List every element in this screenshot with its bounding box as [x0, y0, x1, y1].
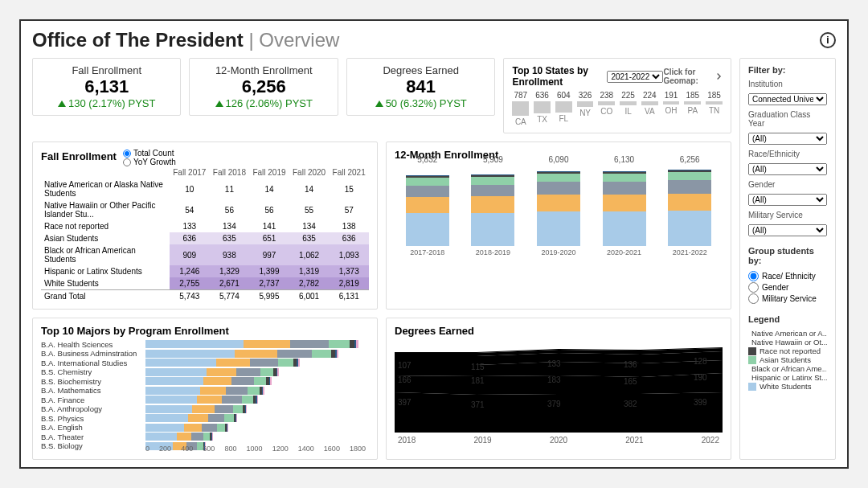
legend-swatch-icon	[748, 347, 756, 355]
area-label: 382	[624, 400, 637, 408]
fall-enrollment-panel: Fall Enrollment Total Count YoY Growth F…	[32, 141, 378, 310]
state-bar-VA[interactable]: 224VA	[641, 91, 658, 126]
legend-item[interactable]: Hispanic or Latinx St...	[748, 373, 827, 382]
area-label: 371	[471, 400, 485, 409]
legend-item[interactable]: Native American or A...	[748, 329, 827, 338]
arrow-up-icon	[215, 100, 223, 107]
military-select[interactable]: (All)	[748, 224, 827, 236]
state-bar-TN[interactable]: 185TN	[706, 91, 723, 126]
legend-item[interactable]: Race not reported	[748, 347, 827, 355]
legend-item[interactable]: Native Hawaiin or Ot...	[748, 338, 827, 347]
toggle-total-count[interactable]	[123, 150, 131, 158]
fall-table-toggle[interactable]: Total Count YoY Growth	[123, 149, 176, 166]
info-icon[interactable]: i	[820, 32, 836, 48]
states-year-select[interactable]: 2021-2022	[607, 71, 663, 83]
major-bar-row[interactable]: B.A. Health Sciences	[145, 340, 366, 348]
title-bar: Office of The President | Overview i	[32, 29, 836, 51]
fall-table-title: Fall Enrollment	[41, 150, 117, 162]
filter-sidebar: Filter by: Institution Connected Univers…	[739, 58, 836, 460]
group-by-radios[interactable]: Race/ Ethnicity Gender Military Service	[748, 270, 827, 305]
state-bar-OH[interactable]: 191OH	[663, 91, 680, 126]
group-gender-radio[interactable]	[748, 282, 759, 293]
state-bars: 787CA636TX604FL326NY238CO225IL224VA191OH…	[512, 91, 723, 126]
area-label: 165	[624, 377, 637, 386]
major-bar-row[interactable]: B.S. Chemistry	[145, 368, 366, 376]
gender-select[interactable]: (All)	[748, 194, 827, 206]
legend-heading: Legend	[748, 314, 827, 324]
stacked-bar[interactable]: 6,2562021-2022	[668, 155, 711, 256]
military-label: Military Service	[748, 211, 827, 219]
toggle-yoy-growth[interactable]	[123, 158, 131, 166]
degrees-title: Degrees Earned	[395, 325, 723, 337]
states-title: Top 10 States by Enrollment	[512, 65, 607, 88]
majors-x-axis: 020040060080010001200140016001800	[145, 445, 366, 453]
kpi-label: Fall Enrollment	[41, 64, 172, 76]
state-bar-FL[interactable]: 604FL	[555, 91, 572, 126]
area-label: 107	[398, 361, 411, 370]
state-bar-TX[interactable]: 636TX	[534, 91, 551, 126]
legend-item[interactable]: Asian Students	[748, 355, 827, 364]
state-bar-PA[interactable]: 185PA	[684, 91, 701, 126]
table-row: Asian Students636635651635636	[41, 232, 369, 244]
state-bar-NY[interactable]: 326NY	[577, 91, 594, 126]
area-label: 379	[547, 400, 561, 408]
state-bar-CA[interactable]: 787CA	[512, 91, 529, 126]
legend: Native American or A...Native Hawaiin or…	[748, 329, 827, 391]
state-bar-IL[interactable]: 225IL	[620, 91, 637, 126]
stacked-bar[interactable]: 6,0902019-2020	[537, 155, 580, 256]
institution-select[interactable]: Connected University	[748, 93, 827, 105]
major-bar-row[interactable]: B.S. Physics	[145, 414, 366, 422]
major-bar-row[interactable]: B.A. English	[145, 424, 366, 432]
major-bar-row[interactable]: B.A. Anthropology	[145, 405, 366, 413]
kpi-value: 6,256	[198, 76, 329, 97]
table-total-row: Grand Total5,7435,7745,9956,0016,131	[41, 290, 369, 303]
race-select[interactable]: (All)	[748, 163, 827, 175]
top-states-panel: Top 10 States by Enrollment 2021-2022 Cl…	[503, 58, 731, 133]
majors-chart: B.A. Health Sciences B.A. Business Admin…	[41, 340, 369, 453]
legend-item[interactable]: Black or African Ame...	[748, 364, 827, 373]
arrow-up-icon	[58, 100, 66, 107]
majors-title: Top 10 Majors by Program Enrollment	[41, 325, 369, 337]
area-label: 128	[694, 357, 707, 366]
area-label: 133	[547, 359, 561, 368]
page-title: Office of The President | Overview	[32, 29, 339, 51]
area-label: 166	[398, 375, 411, 384]
kpi-label: Degrees Earned	[355, 64, 486, 76]
table-row: White Students2,7552,6712,7372,7822,819	[41, 277, 369, 290]
page-title-main: Office of The President	[32, 29, 244, 51]
table-row: Native Hawaiin or Other Pacific Islander…	[41, 199, 369, 220]
stacked-bar[interactable]: 5,9092018-2019	[471, 155, 514, 256]
legend-item[interactable]: White Students	[748, 382, 827, 391]
major-bar-row[interactable]: B.A. Finance	[145, 396, 366, 404]
dashboard-frame: Office of The President | Overview i Fal…	[19, 19, 849, 469]
state-bar-CO[interactable]: 238CO	[598, 91, 615, 126]
geomap-link[interactable]: Click for Geomap:	[663, 68, 723, 85]
kpi-fall-enrollment: Fall Enrollment 6,131 130 (2.17%) PYST	[32, 58, 181, 116]
kpi-delta: 126 (2.06%) PYST	[198, 97, 329, 109]
major-bar-row[interactable]: B.A. Mathematics	[145, 387, 366, 395]
major-bar-row[interactable]: B.A. Theater	[145, 433, 366, 441]
grad-year-select[interactable]: (All)	[748, 133, 827, 145]
kpi-value: 6,131	[41, 76, 172, 97]
major-bar-row[interactable]: B.A. Business Adminstration	[145, 350, 366, 358]
gender-label: Gender	[748, 180, 827, 189]
institution-label: Institution	[748, 80, 827, 88]
group-military-radio[interactable]	[748, 293, 759, 304]
arrow-up-icon	[375, 100, 383, 107]
stacked-bar[interactable]: 5,8322017-2018	[406, 155, 449, 256]
area-label: 190	[694, 373, 707, 382]
legend-swatch-icon	[748, 356, 756, 364]
filter-by-heading: Filter by:	[748, 65, 827, 75]
major-bar-row[interactable]: B.A. International Studies	[145, 359, 366, 367]
major-bar-row[interactable]: B.S. Biochemistry	[145, 377, 366, 385]
svg-marker-0	[395, 392, 723, 433]
legend-swatch-icon	[748, 383, 756, 391]
group-race-radio[interactable]	[748, 271, 759, 281]
kpi-delta: 50 (6.32%) PYST	[355, 97, 486, 109]
race-label: Race/Ethnicity	[748, 150, 827, 158]
kpi-row: Fall Enrollment 6,131 130 (2.17%) PYST 1…	[32, 58, 731, 133]
kpi-delta: 130 (2.17%) PYST	[41, 97, 172, 109]
stacked-bar[interactable]: 6,1302020-2021	[603, 155, 646, 256]
area-label: 397	[398, 398, 411, 407]
kpi-value: 841	[355, 76, 486, 97]
